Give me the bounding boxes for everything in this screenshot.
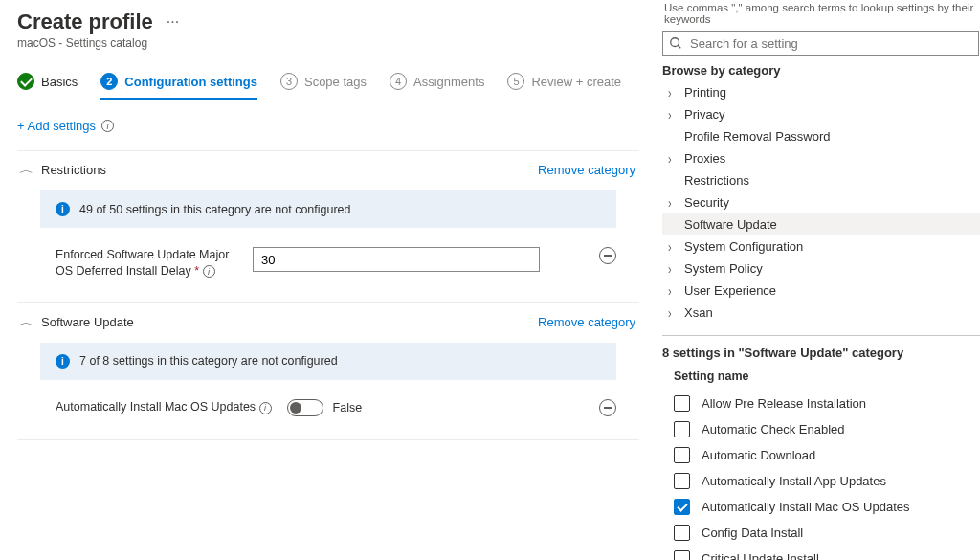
remove-category-link[interactable]: Remove category <box>538 163 635 177</box>
category-item-label: Profile Removal Password <box>684 129 830 144</box>
category-item[interactable]: ›System Configuration <box>662 235 980 258</box>
settings-search[interactable] <box>662 31 979 56</box>
setting-option[interactable]: Critical Update Install <box>662 546 980 560</box>
category-item[interactable]: ›Security <box>662 191 980 213</box>
chevron-right-icon: › <box>668 195 677 211</box>
checkbox[interactable] <box>674 473 690 489</box>
chevron-up-icon[interactable]: ︿ <box>19 163 33 177</box>
step-review-create[interactable]: 5 Review + create <box>507 73 621 90</box>
chevron-right-icon: › <box>668 283 677 299</box>
svg-line-1 <box>678 45 680 48</box>
setting-option-label: Automatically Install App Updates <box>702 474 886 488</box>
category-item-label: System Policy <box>684 261 763 276</box>
search-icon <box>669 36 682 50</box>
chevron-right-icon: › <box>668 107 677 123</box>
checkbox[interactable] <box>674 550 690 560</box>
category-info-bar: i 49 of 50 settings in this category are… <box>40 190 616 228</box>
checkbox[interactable] <box>674 447 690 463</box>
category-restrictions: ︿ Restrictions Remove category i 49 of 5… <box>17 150 639 285</box>
checkbox[interactable] <box>674 499 690 515</box>
category-item[interactable]: ›System Policy <box>662 258 980 280</box>
category-item[interactable]: ›Xsan <box>662 302 980 324</box>
category-item[interactable]: ›User Experience <box>662 280 980 302</box>
search-hint: Use commas "," among search terms to loo… <box>662 0 980 31</box>
step-label: Configuration settings <box>124 75 257 89</box>
chevron-right-icon: › <box>668 85 677 101</box>
category-item[interactable]: ›Printing <box>662 81 980 103</box>
chevron-right-icon: › <box>668 151 677 167</box>
category-item-label: Security <box>684 195 729 210</box>
category-item[interactable]: ›Restrictions <box>662 169 980 191</box>
step-configuration-settings[interactable]: 2 Configuration settings <box>100 73 257 100</box>
category-item[interactable]: ›Proxies <box>662 147 980 169</box>
setting-option-label: Automatically Install Mac OS Updates <box>702 500 909 514</box>
category-item-label: Privacy <box>684 107 725 122</box>
page-title: Create profile <box>17 10 153 34</box>
chevron-right-icon: › <box>668 239 677 255</box>
category-title: Restrictions <box>41 163 106 177</box>
settings-count: 8 settings in "Software Update" category <box>662 346 980 360</box>
setting-label: Automatically Install Mac OS Updates i <box>56 399 272 415</box>
more-icon[interactable]: ··· <box>167 14 179 30</box>
setting-option-label: Critical Update Install <box>702 551 819 560</box>
search-input[interactable] <box>688 35 972 52</box>
step-label: Assignments <box>413 75 484 89</box>
category-item-label: Software Update <box>684 217 777 232</box>
wizard-steps: Basics 2 Configuration settings 3 Scope … <box>17 73 639 98</box>
setting-option[interactable]: Automatically Install App Updates <box>662 468 980 494</box>
info-text: 49 of 50 settings in this category are n… <box>79 203 351 216</box>
browse-by-category-title: Browse by category <box>662 63 980 78</box>
info-icon[interactable]: i <box>259 402 272 414</box>
remove-category-link[interactable]: Remove category <box>538 315 635 329</box>
step-scope-tags[interactable]: 3 Scope tags <box>280 73 367 90</box>
category-item-label: Proxies <box>684 151 725 166</box>
setting-option[interactable]: Automatic Download <box>662 442 980 468</box>
category-item[interactable]: ›Profile Removal Password <box>662 125 980 147</box>
info-icon[interactable]: i <box>203 265 215 278</box>
category-item[interactable]: ›Software Update <box>662 213 980 235</box>
remove-setting-button[interactable] <box>599 399 616 416</box>
category-software-update: ︿ Software Update Remove category i 7 of… <box>17 302 639 440</box>
setting-option-label: Allow Pre Release Installation <box>702 396 866 411</box>
column-header: Setting name <box>674 370 980 383</box>
info-icon[interactable]: i <box>101 120 114 132</box>
setting-option[interactable]: Automatic Check Enabled <box>662 416 980 442</box>
setting-option[interactable]: Allow Pre Release Installation <box>662 391 980 416</box>
category-item-label: System Configuration <box>684 239 803 254</box>
setting-option-label: Config Data Install <box>702 526 803 540</box>
category-item-label: Printing <box>684 85 726 100</box>
info-text: 7 of 8 settings in this category are not… <box>79 354 338 368</box>
category-item-label: Restrictions <box>684 173 749 188</box>
toggle-value: False <box>333 401 363 414</box>
checkbox[interactable] <box>674 395 690 412</box>
category-item-label: User Experience <box>684 283 776 298</box>
category-item-label: Xsan <box>684 305 713 320</box>
category-list: ›Printing›Privacy›Profile Removal Passwo… <box>662 81 980 324</box>
chevron-up-icon[interactable]: ︿ <box>19 315 33 329</box>
settings-option-list: Allow Pre Release InstallationAutomatic … <box>662 391 980 560</box>
chevron-right-icon: › <box>668 305 677 321</box>
info-icon: i <box>56 202 70 216</box>
step-basics[interactable]: Basics <box>17 73 78 90</box>
category-title: Software Update <box>41 315 134 329</box>
deferred-install-delay-input[interactable] <box>253 247 540 272</box>
checkbox[interactable] <box>674 525 690 541</box>
step-assignments[interactable]: 4 Assignments <box>390 73 484 90</box>
setting-option[interactable]: Config Data Install <box>662 520 980 546</box>
info-icon: i <box>56 354 70 369</box>
setting-option-label: Automatic Download <box>702 448 815 462</box>
remove-setting-button[interactable] <box>599 247 616 264</box>
category-item[interactable]: ›Privacy <box>662 103 980 125</box>
chevron-right-icon: › <box>668 261 677 277</box>
add-settings-link[interactable]: + Add settings <box>17 119 96 133</box>
checkbox[interactable] <box>674 421 690 437</box>
step-label: Basics <box>41 75 78 89</box>
category-info-bar: i 7 of 8 settings in this category are n… <box>40 343 616 380</box>
step-label: Review + create <box>531 75 621 89</box>
setting-option[interactable]: Automatically Install Mac OS Updates <box>662 494 980 520</box>
setting-label: Enforced Software Update Major OS Deferr… <box>56 247 237 280</box>
auto-install-toggle[interactable] <box>287 399 323 416</box>
divider <box>662 335 980 336</box>
page-header: Create profile ··· macOS - Settings cata… <box>17 0 639 50</box>
page-subtitle: macOS - Settings catalog <box>17 36 639 50</box>
